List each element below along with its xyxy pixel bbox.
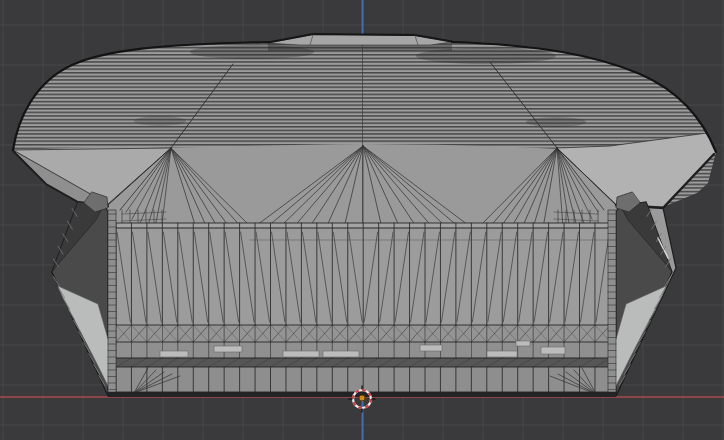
vent-rect [214,346,242,352]
vent-rect [541,347,565,354]
object-origin-dot [359,395,365,401]
edge-column [608,210,616,392]
vent-rect [323,351,359,357]
mesh-object[interactable] [13,34,716,397]
vent-rect [160,351,188,357]
body-bands [116,223,610,394]
vent-rect [516,341,530,346]
vent-rect [420,345,442,351]
viewport[interactable] [0,0,724,440]
edge-column [108,210,116,392]
vent-rect [487,351,517,357]
vent-rect [283,351,319,357]
viewport-canvas[interactable] [0,0,724,440]
